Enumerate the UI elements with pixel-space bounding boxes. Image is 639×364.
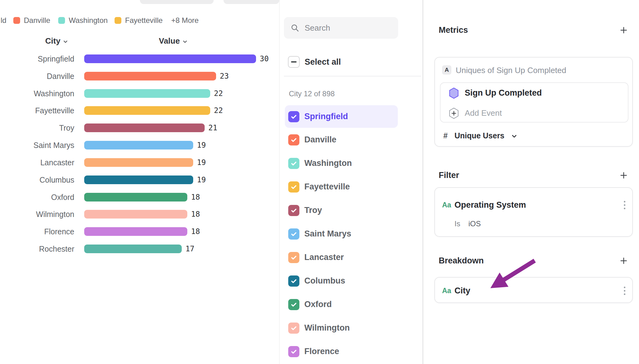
add-metric-button[interactable] — [618, 25, 629, 35]
bar[interactable] — [84, 54, 256, 63]
city-item-label: Florence — [304, 347, 339, 356]
divider — [284, 76, 421, 76]
legend-more-label[interactable]: +8 More — [171, 16, 199, 24]
checkbox-checked[interactable] — [288, 111, 299, 122]
metrics-section-title: Metrics — [439, 25, 468, 35]
bar[interactable] — [84, 141, 193, 150]
bar[interactable] — [84, 124, 205, 132]
aggregation-dropdown[interactable]: # Unique Users — [443, 129, 517, 142]
city-list-item[interactable]: Troy — [285, 199, 398, 222]
check-icon — [290, 348, 298, 355]
check-icon — [290, 160, 298, 167]
filter-options-kebab-icon[interactable] — [619, 198, 630, 212]
checkbox-checked[interactable] — [288, 323, 299, 334]
bar-value-label: 19 — [197, 136, 206, 154]
bar[interactable] — [84, 176, 193, 184]
checkbox-checked[interactable] — [288, 205, 299, 216]
chart-row: Florence 18 — [0, 223, 280, 240]
chart-row: Springfield 30 — [0, 50, 280, 67]
text-property-type-icon: Aa — [442, 201, 451, 209]
sort-chevron-icon — [63, 39, 68, 44]
breakdown-options-kebab-icon[interactable] — [619, 284, 630, 297]
chevron-down-icon — [511, 133, 517, 139]
city-list-item[interactable]: Wilmington — [285, 317, 398, 339]
search-input[interactable] — [305, 23, 391, 33]
city-item-label: Troy — [304, 206, 322, 215]
city-item-label: Washington — [304, 158, 352, 168]
select-all-row[interactable]: Select all — [288, 56, 341, 68]
checkbox-checked[interactable] — [288, 252, 299, 263]
add-event-row[interactable]: Add Event — [441, 103, 628, 123]
legend-item[interactable]: Fayetteville — [115, 16, 163, 24]
city-list-item[interactable]: Springfield — [285, 105, 398, 128]
column-header-city[interactable]: City — [45, 36, 68, 46]
annotation-arrow — [423, 0, 639, 364]
check-icon — [290, 207, 298, 214]
city-item-label: Saint Marys — [304, 229, 351, 239]
city-list-item[interactable]: Danville — [285, 128, 398, 151]
bar[interactable] — [84, 245, 182, 253]
chart-row: Lancaster 19 — [0, 154, 280, 171]
check-icon — [290, 301, 298, 308]
event-row[interactable]: Sign Up Completed — [441, 83, 628, 103]
checkbox-checked[interactable] — [288, 228, 299, 240]
add-filter-button[interactable] — [618, 170, 629, 180]
breakdown-property-label[interactable]: City — [454, 286, 470, 296]
legend-item[interactable]: Danville — [13, 16, 50, 24]
sort-chevron-icon — [182, 39, 188, 44]
city-list-item[interactable]: Oxford — [285, 293, 398, 316]
bar-value-label: 18 — [191, 188, 200, 206]
breakdown-card: Aa City — [434, 277, 633, 303]
legend-label: Fayetteville — [125, 16, 163, 25]
checkbox-checked[interactable] — [288, 134, 299, 145]
bar-value-label: 30 — [260, 50, 269, 67]
city-list-item[interactable]: Washington — [285, 152, 398, 175]
city-list-item[interactable]: Florence — [285, 340, 398, 363]
bar[interactable] — [84, 106, 210, 115]
chart-row: Wilmington 18 — [0, 206, 280, 223]
city-item-label: Columbus — [304, 276, 345, 286]
checkbox-indeterminate[interactable] — [288, 56, 300, 68]
legend-label: Danville — [24, 16, 50, 25]
bar-value-label: 19 — [197, 154, 206, 171]
bar[interactable] — [84, 193, 187, 202]
city-list-item[interactable]: Saint Marys — [285, 223, 398, 245]
filter-value[interactable]: iOS — [468, 219, 481, 228]
city-list-item[interactable]: Columbus — [285, 270, 398, 292]
checkbox-checked[interactable] — [288, 299, 299, 310]
column-header-value[interactable]: Value — [159, 36, 188, 46]
legend-item-truncated[interactable]: ld — [1, 16, 7, 24]
check-icon — [290, 324, 298, 332]
bar[interactable] — [84, 227, 187, 236]
filter-operator[interactable]: Is — [454, 219, 460, 228]
minus-icon — [291, 61, 297, 63]
checkbox-checked[interactable] — [288, 346, 299, 357]
search-box[interactable] — [284, 17, 398, 39]
legend-swatch — [115, 17, 121, 24]
bar-chart-area: ld Danville Washington Fayetteville +8 M… — [0, 0, 280, 364]
bar-category-label: Florence — [0, 223, 74, 240]
city-list-item[interactable]: Lancaster — [285, 246, 398, 269]
legend-swatch — [13, 17, 20, 24]
bar[interactable] — [84, 89, 210, 98]
add-breakdown-button[interactable] — [618, 255, 629, 266]
bar[interactable] — [84, 158, 193, 167]
checkbox-checked[interactable] — [288, 275, 299, 287]
bar-value-label: 21 — [208, 119, 217, 136]
bar[interactable] — [84, 72, 216, 80]
breakdown-values-panel: Select all City 12 of 898 Springfield Da… — [280, 0, 423, 364]
chart-row: Saint Marys 19 — [0, 136, 280, 154]
checkbox-checked[interactable] — [288, 158, 299, 169]
event-card: Sign Up Completed Add Event — [440, 82, 628, 123]
chart-row: Danville 23 — [0, 67, 280, 85]
legend-item[interactable]: Washington — [58, 16, 108, 24]
bar[interactable] — [84, 210, 187, 219]
bar-value-label: 18 — [191, 206, 200, 223]
city-list-item[interactable]: Fayetteville — [285, 176, 398, 198]
column-header-city-label: City — [45, 36, 60, 46]
select-all-label: Select all — [305, 57, 341, 67]
filter-property-label[interactable]: Operating System — [454, 200, 526, 210]
bar-value-label: 19 — [197, 171, 206, 188]
city-item-label: Springfield — [304, 112, 348, 121]
checkbox-checked[interactable] — [288, 181, 299, 193]
